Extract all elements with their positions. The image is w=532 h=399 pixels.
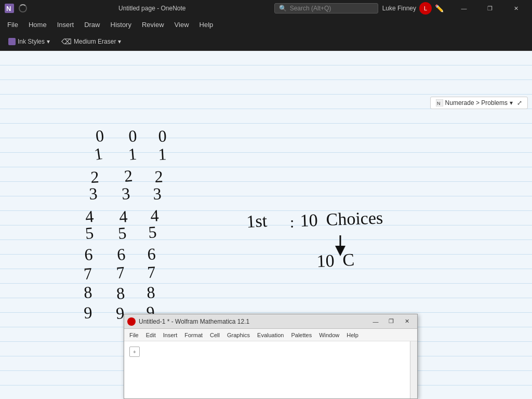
eraser-icon: ⌫ <box>61 37 72 46</box>
svg-text:6: 6 <box>84 245 93 264</box>
toolbar: Ink Styles ▾ ⌫ Medium Eraser ▾ <box>0 32 532 51</box>
svg-text:1: 1 <box>157 144 167 164</box>
svg-text:7: 7 <box>83 264 92 283</box>
svg-text:3: 3 <box>88 184 98 203</box>
eraser-dropdown-icon: ▾ <box>118 38 121 45</box>
svg-text:9: 9 <box>83 303 92 322</box>
svg-text:10: 10 <box>300 210 318 230</box>
svg-text:5: 5 <box>84 223 94 243</box>
svg-text:N: N <box>6 5 11 12</box>
search-icon: 🔍 <box>279 5 287 12</box>
window-controls: — ❐ ✕ <box>452 0 528 17</box>
menu-insert[interactable]: Insert <box>52 19 79 31</box>
wolfram-menu-help[interactable]: Help <box>343 331 362 339</box>
svg-text:3: 3 <box>153 184 162 203</box>
minimize-button[interactable]: — <box>452 0 476 17</box>
svg-text:8: 8 <box>146 283 155 302</box>
svg-text:Choices: Choices <box>326 208 383 229</box>
ink-styles-button[interactable]: Ink Styles ▾ <box>4 36 54 47</box>
menu-history[interactable]: History <box>105 19 137 31</box>
svg-text:7: 7 <box>115 263 125 282</box>
svg-text:N: N <box>437 101 441 106</box>
wolfram-cell-bracket: + <box>129 347 140 357</box>
search-box[interactable]: 🔍 Search (Alt+Q) <box>274 3 378 14</box>
wolfram-menu-palettes[interactable]: Palettes <box>288 331 315 339</box>
wolfram-menu-insert[interactable]: Insert <box>160 331 181 339</box>
menu-home[interactable]: Home <box>23 19 52 31</box>
window-title: Untitled page - OneNote <box>30 5 274 12</box>
wolfram-menu-file[interactable]: File <box>126 331 142 339</box>
menu-draw[interactable]: Draw <box>79 19 105 31</box>
ink-styles-dropdown-icon: ▾ <box>47 38 50 45</box>
numerade-panel[interactable]: N Numerade > Problems ▾ ⤢ <box>430 97 528 109</box>
svg-text:7: 7 <box>147 262 156 282</box>
wolfram-titlebar: Untitled-1 * - Wolfram Mathematica 12.1 … <box>124 314 417 329</box>
wolfram-window-controls: — ❐ ✕ <box>368 316 414 327</box>
numerade-label: Numerade > Problems <box>445 99 508 107</box>
svg-text:8: 8 <box>83 283 92 302</box>
svg-text:C: C <box>342 250 355 270</box>
svg-text:6: 6 <box>147 244 156 263</box>
user-avatar[interactable]: L <box>419 2 432 15</box>
menu-help[interactable]: Help <box>194 19 219 31</box>
svg-text:2: 2 <box>154 167 163 186</box>
menu-review[interactable]: Review <box>137 19 169 31</box>
wolfram-menu-window[interactable]: Window <box>316 331 342 339</box>
maximize-button[interactable]: ❐ <box>478 0 502 17</box>
wolfram-close-button[interactable]: ✕ <box>400 316 414 327</box>
menu-view[interactable]: View <box>169 19 194 31</box>
wolfram-menu-graphics[interactable]: Graphics <box>224 331 253 339</box>
user-area: Luke Finney L ✏️ <box>382 2 444 15</box>
svg-text::: : <box>290 214 294 231</box>
numerade-chevron-icon: ▾ <box>510 99 513 107</box>
svg-text:2: 2 <box>123 166 133 185</box>
numerade-icon: N <box>436 99 443 107</box>
wolfram-menu-format[interactable]: Format <box>181 331 206 339</box>
svg-text:10: 10 <box>316 251 335 271</box>
wolfram-cell-indicator: + <box>127 344 414 359</box>
svg-text:1: 1 <box>127 144 137 164</box>
ink-styles-icon <box>8 38 16 45</box>
svg-text:6: 6 <box>116 245 126 264</box>
close-button[interactable]: ✕ <box>504 0 528 17</box>
wolfram-title: Untitled-1 * - Wolfram Mathematica 12.1 <box>139 318 368 325</box>
svg-text:3: 3 <box>121 184 130 203</box>
svg-text:1: 1 <box>93 144 104 164</box>
wolfram-menu-evaluation[interactable]: Evaluation <box>254 331 287 339</box>
medium-eraser-button[interactable]: ⌫ Medium Eraser ▾ <box>57 35 125 48</box>
pen-icon[interactable]: ✏️ <box>435 4 444 12</box>
svg-text:0: 0 <box>95 126 104 145</box>
svg-text:5: 5 <box>148 222 157 242</box>
wolfram-menubar: File Edit Insert Format Cell Graphics Ev… <box>124 329 417 341</box>
loading-indicator <box>19 4 27 12</box>
eraser-label: Medium Eraser <box>74 38 116 45</box>
wolfram-menu-cell[interactable]: Cell <box>207 331 223 339</box>
wolfram-app-icon <box>127 317 136 326</box>
wolfram-scrollbar[interactable] <box>410 341 417 398</box>
user-name: Luke Finney <box>382 5 416 12</box>
svg-text:5: 5 <box>117 223 127 243</box>
ink-styles-label: Ink Styles <box>18 38 45 45</box>
wolfram-window: Untitled-1 * - Wolfram Mathematica 12.1 … <box>124 314 418 399</box>
wolfram-restore-button[interactable]: ❐ <box>384 316 398 327</box>
onenote-app-icon: N <box>4 3 15 14</box>
numerade-expand-icon[interactable]: ⤢ <box>517 99 522 107</box>
wolfram-content[interactable]: + <box>124 341 417 398</box>
menu-bar: File Home Insert Draw History Review Vie… <box>0 17 532 32</box>
svg-text:8: 8 <box>115 284 125 303</box>
search-placeholder: Search (Alt+Q) <box>290 5 331 12</box>
wolfram-minimize-button[interactable]: — <box>368 316 383 327</box>
title-bar: N Untitled page - OneNote 🔍 Search (Alt+… <box>0 0 532 17</box>
svg-text:1st: 1st <box>246 211 268 231</box>
menu-file[interactable]: File <box>2 19 23 31</box>
wolfram-menu-edit[interactable]: Edit <box>143 331 159 339</box>
svg-text:0: 0 <box>128 126 137 145</box>
svg-text:0: 0 <box>158 126 167 145</box>
